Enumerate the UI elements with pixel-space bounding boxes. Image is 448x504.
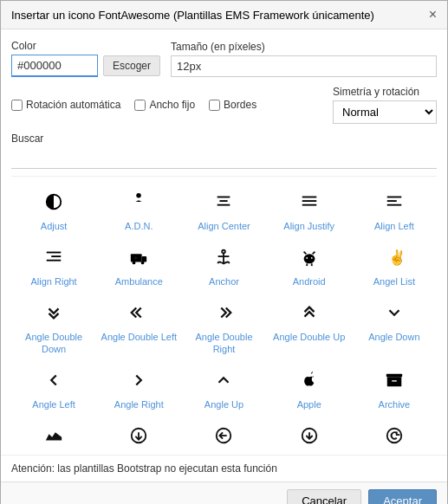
svg-rect-12: [47, 260, 62, 262]
icon-symbol: [129, 371, 148, 395]
icon-label: Archive: [379, 399, 411, 410]
icon-label: Apple: [297, 399, 321, 410]
icon-symbol: [385, 192, 404, 216]
icon-item[interactable]: Area Chart: [11, 417, 96, 444]
icon-symbol: [300, 371, 319, 395]
fixed-width-label: Ancho fijo: [149, 99, 195, 111]
icons-grid: AdjustA.D.N.Align CenterAlign JustifyAli…: [11, 184, 437, 444]
icon-symbol: [44, 192, 63, 216]
color-input-wrap: Escoger: [11, 55, 160, 77]
icon-item[interactable]: Adjust: [11, 184, 96, 239]
search-label: Buscar: [11, 132, 437, 145]
icon-item[interactable]: Arrow Circle O Down: [267, 417, 352, 444]
icon-item[interactable]: Align Justify: [267, 184, 352, 239]
size-label: Tamaño (en píxeles): [171, 41, 437, 53]
fixed-width-checkbox-item[interactable]: Ancho fijo: [134, 99, 195, 111]
search-input[interactable]: [11, 148, 437, 169]
icon-symbol: [129, 426, 148, 444]
icon-item[interactable]: Align Left: [352, 184, 437, 239]
icon-symbol: [214, 192, 233, 216]
svg-point-16: [141, 262, 145, 265]
icon-item[interactable]: A.D.N.: [96, 184, 181, 239]
icon-symbol: [214, 303, 233, 327]
dialog-title-text: Insertar un icono FontAwesome (Plantilla…: [11, 9, 374, 22]
icon-item[interactable]: Ambulance: [96, 239, 181, 294]
icon-item[interactable]: Arrow Circle Left: [181, 417, 266, 444]
icon-label: Angle Up: [205, 399, 243, 410]
rotation-checkbox-item[interactable]: Rotación automática: [11, 99, 120, 111]
icon-item[interactable]: Angle Double Up: [267, 294, 352, 361]
icon-label: Angle Double Left: [101, 332, 177, 343]
icon-item[interactable]: Align Center: [181, 184, 266, 239]
icon-label: Angle Down: [368, 332, 419, 343]
svg-point-24: [311, 257, 313, 259]
borders-label: Bordes: [224, 99, 256, 111]
svg-point-22: [303, 255, 315, 264]
icon-item[interactable]: Apple: [267, 362, 352, 417]
icon-label: Align Right: [30, 276, 76, 288]
cancel-button[interactable]: Cancelar: [287, 489, 361, 504]
insert-icon-dialog: Insertar un icono FontAwesome (Plantilla…: [0, 0, 448, 504]
svg-line-26: [312, 252, 315, 255]
size-field-group: Tamaño (en píxeles): [171, 41, 437, 77]
svg-marker-33: [46, 432, 62, 440]
icon-label: Adjust: [41, 221, 68, 232]
svg-rect-31: [387, 377, 402, 386]
icon-item[interactable]: ✌Angel List: [352, 239, 437, 294]
rotation-checkbox[interactable]: [11, 100, 23, 111]
icon-label: Ambulance: [115, 276, 163, 288]
svg-rect-5: [302, 200, 316, 202]
close-button[interactable]: ×: [429, 8, 437, 22]
icon-symbol: ✌: [385, 248, 404, 272]
color-field-group: Color Escoger: [11, 40, 160, 77]
icon-item[interactable]: Archive: [352, 362, 437, 417]
icon-item[interactable]: Angle Left: [11, 362, 96, 417]
icon-symbol: [300, 303, 319, 327]
icon-item[interactable]: Arrow Circle Down: [96, 417, 181, 444]
icon-symbol: [129, 248, 148, 272]
accept-button[interactable]: Aceptar: [368, 489, 437, 504]
icon-symbol: [129, 192, 148, 216]
icon-item[interactable]: Angle Up: [181, 362, 266, 417]
symmetry-group: Simetría y rotación Normal Horizontal Ve…: [333, 86, 437, 124]
icon-label: Angle Left: [32, 399, 75, 410]
icon-symbol: [300, 192, 319, 216]
icon-symbol: [214, 371, 233, 395]
icon-item[interactable]: Align Right: [11, 239, 96, 294]
icon-label: Align Justify: [283, 221, 334, 232]
search-section: Buscar: [11, 132, 437, 169]
icon-item[interactable]: Arrow Circle O: [352, 417, 437, 444]
icon-item[interactable]: Anchor: [181, 239, 266, 294]
color-input[interactable]: [11, 55, 98, 77]
size-input[interactable]: [171, 55, 437, 77]
icon-label: A.D.N.: [125, 221, 153, 232]
symmetry-select[interactable]: Normal Horizontal Vertical 90° 180° 270°: [333, 100, 437, 124]
icons-container[interactable]: AdjustA.D.N.Align CenterAlign JustifyAli…: [11, 176, 437, 444]
escoger-button[interactable]: Escoger: [103, 55, 160, 76]
fixed-width-checkbox[interactable]: [134, 100, 146, 111]
svg-point-15: [133, 262, 136, 265]
icon-item[interactable]: Angle Double Left: [96, 294, 181, 361]
svg-rect-30: [386, 373, 402, 377]
svg-rect-7: [387, 197, 402, 198]
icon-item[interactable]: Angle Double Right: [181, 294, 266, 361]
checkbox-row: Rotación automática Ancho fijo Bordes: [11, 99, 256, 111]
svg-rect-6: [302, 204, 316, 206]
icon-symbol: [44, 303, 63, 327]
borders-checkbox[interactable]: [209, 100, 220, 111]
icon-item[interactable]: Angle Right: [96, 362, 181, 417]
svg-rect-10: [47, 252, 62, 254]
svg-rect-8: [387, 200, 397, 202]
icon-item[interactable]: Android: [267, 239, 352, 294]
icon-label: Angle Double Down: [15, 332, 93, 354]
icon-label: Angel List: [373, 276, 415, 288]
icon-symbol: [214, 426, 233, 444]
borders-checkbox-item[interactable]: Bordes: [209, 99, 256, 111]
svg-rect-1: [218, 197, 230, 198]
icon-item[interactable]: Angle Down: [352, 294, 437, 361]
svg-point-23: [306, 257, 308, 259]
icon-item[interactable]: Angle Double Down: [11, 294, 96, 361]
icon-label: Angle Double Up: [273, 332, 345, 343]
svg-line-25: [303, 252, 306, 255]
icon-symbol: [385, 371, 404, 395]
